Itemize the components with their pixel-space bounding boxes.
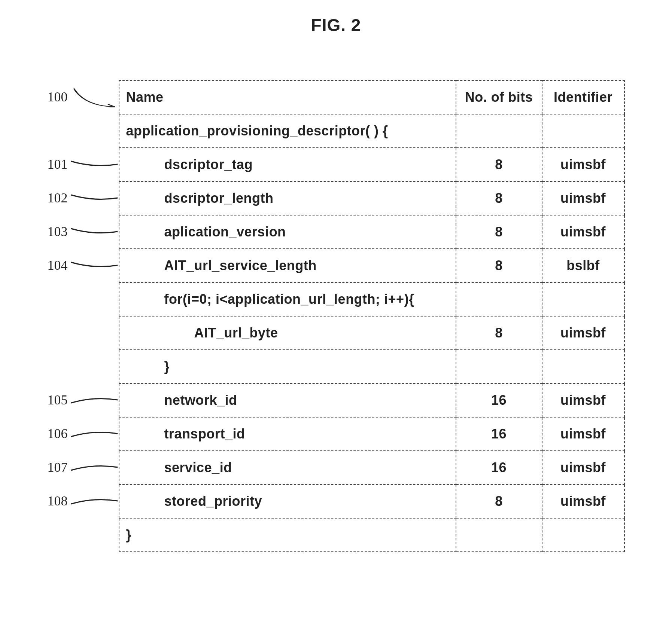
cell-bits: 8 [456,484,542,518]
cell-identifier: uimsbf [542,451,624,484]
ref-102: 102 [48,190,70,206]
label-spacer [48,316,119,349]
ref-100: 100 [48,89,70,105]
ref-104: 104 [48,257,70,273]
cell-bits: 16 [456,451,542,484]
ref-103: 103 [48,224,70,239]
cell-identifier [542,350,624,383]
cell-bits: 8 [456,181,542,215]
cell-name: for(i=0; i<application_url_length; i++){ [119,282,456,316]
cell-name: application_provisioning_descriptor( ) { [119,114,456,148]
ref-101: 101 [48,156,70,172]
cell-name: network_id [119,383,456,417]
label-row: 108 [48,484,119,518]
table-body: application_provisioning_descriptor( ) {… [119,114,624,552]
cell-identifier: uimsbf [542,417,624,451]
cell-name: dscriptor_tag [119,148,456,181]
cell-identifier: uimsbf [542,316,624,350]
table-row: } [119,518,624,552]
cell-name: } [119,518,456,552]
label-row: 103 [48,215,119,248]
figure-title: FIG. 2 [15,15,657,35]
cell-identifier: uimsbf [542,148,624,181]
table-row: aplication_version8uimsbf [119,215,624,249]
header-bits: No. of bits [456,80,542,114]
cell-name: aplication_version [119,215,456,249]
table-row: } [119,350,624,383]
cell-name: dscriptor_length [119,181,456,215]
table-header-row: Name No. of bits Identifier [119,80,624,114]
table-row: for(i=0; i<application_url_length; i++){ [119,282,624,316]
label-spacer [48,114,119,147]
descriptor-table: Name No. of bits Identifier application_… [119,80,625,552]
cell-bits: 8 [456,148,542,181]
cell-bits [456,282,542,316]
table-row: service_id16uimsbf [119,451,624,484]
label-row: 107 [48,450,119,484]
table-row: network_id16uimsbf [119,383,624,417]
cell-name: AIT_url_byte [119,316,456,350]
label-row: 101 [48,147,119,181]
ref-105: 105 [48,392,70,408]
cell-bits: 8 [456,249,542,282]
label-row: 105 [48,383,119,417]
table-row: dscriptor_tag8uimsbf [119,148,624,181]
cell-identifier: uimsbf [542,383,624,417]
cell-name: stored_priority [119,484,456,518]
cell-name: } [119,350,456,383]
ref-108: 108 [48,493,70,509]
cell-identifier: uimsbf [542,181,624,215]
label-spacer: 100 [48,80,119,114]
table-row: AIT_url_service_length8bslbf [119,249,624,282]
cell-identifier [542,282,624,316]
cell-bits [456,350,542,383]
cell-bits: 16 [456,417,542,451]
header-name: Name [119,80,456,114]
table-row: AIT_url_byte8uimsbf [119,316,624,350]
cell-name: service_id [119,451,456,484]
cell-bits: 16 [456,383,542,417]
cell-identifier: bslbf [542,249,624,282]
cell-identifier: uimsbf [542,215,624,249]
label-spacer [48,349,119,383]
label-row: 106 [48,417,119,450]
cell-bits [456,518,542,552]
cell-identifier: uimsbf [542,484,624,518]
label-row: 102 [48,181,119,215]
cell-identifier [542,114,624,148]
cell-name: transport_id [119,417,456,451]
table-row: dscriptor_length8uimsbf [119,181,624,215]
label-spacer [48,282,119,316]
label-spacer [48,518,119,551]
header-ident: Identifier [542,80,624,114]
cell-bits: 8 [456,316,542,350]
cell-name: AIT_url_service_length [119,249,456,282]
ref-107: 107 [48,459,70,475]
diagram-wrapper: 100 101 102 103 [15,80,657,552]
cell-bits: 8 [456,215,542,249]
cell-bits [456,114,542,148]
table-row: stored_priority8uimsbf [119,484,624,518]
cell-identifier [542,518,624,552]
reference-labels-column: 100 101 102 103 [48,80,119,551]
table-row: application_provisioning_descriptor( ) { [119,114,624,148]
ref-106: 106 [48,426,70,441]
table-row: transport_id16uimsbf [119,417,624,451]
label-row: 104 [48,248,119,282]
